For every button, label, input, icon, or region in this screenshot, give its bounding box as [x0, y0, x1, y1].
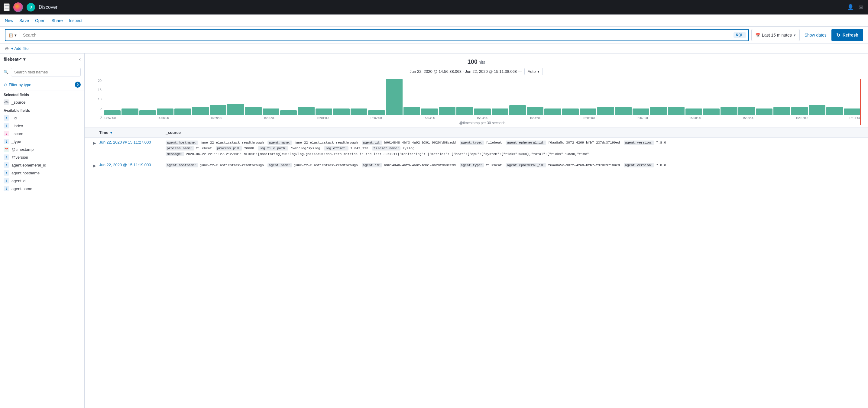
histogram-bar[interactable] — [509, 105, 526, 115]
selected-fields-title: Selected fields — [0, 90, 84, 98]
histogram-bar[interactable] — [139, 110, 156, 115]
histogram-bar[interactable] — [544, 108, 561, 115]
histogram-bar[interactable] — [844, 108, 861, 115]
date-range-text: Jun 22, 2020 @ 14:56:38.068 - Jun 22, 20… — [410, 69, 522, 74]
histogram-bar[interactable] — [298, 107, 314, 115]
search-input[interactable] — [20, 33, 734, 37]
histogram-bar[interactable] — [826, 107, 843, 115]
histogram-bar[interactable] — [685, 108, 702, 115]
histogram-bar[interactable] — [597, 107, 614, 115]
share-button[interactable]: Share — [51, 18, 63, 23]
histogram-bar[interactable] — [632, 108, 649, 115]
collapse-sidebar-button[interactable]: ‹ — [79, 57, 81, 62]
time-range-text: Last 15 minutes — [762, 33, 792, 37]
time-col-header[interactable]: Time ▼ — [99, 130, 166, 135]
filter-by-type-button[interactable]: ⊙ Filter by type — [4, 83, 31, 87]
refresh-button[interactable]: ↻ Refresh — [831, 29, 863, 41]
histogram-bar[interactable] — [157, 108, 174, 115]
expand-row-button[interactable]: ▶ — [89, 163, 99, 168]
list-item[interactable]: # _score — [0, 130, 84, 137]
sort-icon: ▼ — [110, 131, 113, 135]
text-type-icon: t — [4, 162, 9, 168]
histogram-bar[interactable] — [615, 107, 632, 115]
histogram-bar[interactable] — [756, 108, 773, 115]
field-search-wrapper: 🔍 — [0, 65, 84, 79]
histogram-bar[interactable] — [720, 107, 737, 115]
open-button[interactable]: Open — [35, 18, 45, 23]
date-range-row: Jun 22, 2020 @ 14:56:38.068 - Jun 22, 20… — [92, 68, 861, 75]
histogram-bar[interactable] — [227, 104, 244, 115]
histogram-bar[interactable] — [333, 108, 350, 115]
histogram-bar[interactable] — [104, 110, 121, 115]
search-bar: 📋 ▾ KQL 📅 Last 15 minutes ▾ Show dates ↻… — [0, 27, 868, 44]
list-item[interactable]: t _id — [0, 114, 84, 122]
app-logo — [13, 2, 23, 12]
user-icon[interactable]: 👤 — [846, 3, 855, 12]
add-filter-button[interactable]: + Add filter — [11, 46, 30, 51]
text-type-icon: t — [4, 178, 9, 184]
data-view-button[interactable]: 📋 ▾ — [5, 30, 20, 40]
list-item[interactable]: t agent.ephemeral_id — [0, 161, 84, 169]
main-content: 100 hits Jun 22, 2020 @ 14:56:38.068 - J… — [85, 54, 868, 408]
source-type-icon: </> — [4, 99, 9, 105]
histogram-bar[interactable] — [562, 108, 579, 115]
histogram-bar[interactable] — [580, 108, 596, 115]
filter-icon: ⊙ — [4, 83, 7, 87]
list-item[interactable]: 📅 @timestamp — [0, 145, 84, 153]
list-item[interactable]: t agent.id — [0, 177, 84, 185]
new-button[interactable]: New — [5, 18, 13, 23]
histogram-bar[interactable] — [492, 108, 508, 115]
mail-icon[interactable]: ✉ — [858, 3, 864, 12]
chart-area: 100 hits Jun 22, 2020 @ 14:56:38.068 - J… — [85, 54, 868, 128]
histogram-bar[interactable] — [350, 108, 367, 115]
list-item[interactable]: t _type — [0, 137, 84, 145]
time-picker[interactable]: 📅 Last 15 minutes ▾ — [751, 29, 800, 41]
histogram-bar[interactable] — [403, 107, 420, 115]
histogram-bar[interactable] — [773, 107, 790, 115]
histogram-bar[interactable] — [474, 108, 491, 115]
results-header: Time ▼ _source — [85, 128, 868, 137]
histogram-bar[interactable] — [122, 108, 138, 115]
text-type-icon: t — [4, 123, 9, 128]
histogram-bar[interactable] — [791, 107, 808, 115]
histogram-bar[interactable] — [386, 79, 403, 115]
histogram-bar[interactable] — [210, 105, 226, 115]
histogram-bar[interactable] — [175, 108, 191, 115]
histogram-bar[interactable] — [668, 107, 685, 115]
hamburger-button[interactable]: ☰ — [4, 3, 10, 11]
list-item[interactable]: t agent.hostname — [0, 169, 84, 177]
main-layout: filebeat-* ▾ ‹ 🔍 ⊙ Filter by type 0 Sele… — [0, 54, 868, 408]
index-pattern-button[interactable]: filebeat-* ▾ — [4, 57, 25, 62]
interval-select[interactable]: Auto ▾ — [524, 68, 543, 75]
histogram-bars[interactable] — [104, 79, 861, 115]
histogram-bar[interactable] — [262, 108, 279, 115]
expand-row-button[interactable]: ▶ — [89, 140, 99, 145]
histogram-bar[interactable] — [738, 107, 755, 115]
list-item[interactable]: </> _source — [0, 98, 84, 106]
histogram-bar[interactable] — [650, 107, 667, 115]
chart-inner: 14:57:00 14:58:00 14:59:00 15:00:00 15:0… — [104, 79, 861, 125]
filter-options-button[interactable]: ⊖ — [5, 45, 9, 51]
histogram-bar[interactable] — [527, 107, 544, 115]
result-row-main: ▶ Jun 22, 2020 @ 15:11:19.000 agent.host… — [85, 160, 868, 171]
inspect-button[interactable]: Inspect — [69, 18, 83, 23]
histogram-bar[interactable] — [192, 107, 209, 115]
text-type-icon: t — [4, 186, 9, 191]
histogram-bar[interactable] — [245, 107, 261, 115]
histogram-bar[interactable] — [439, 107, 456, 115]
action-bar: New Save Open Share Inspect — [0, 14, 868, 27]
field-search-input[interactable] — [11, 68, 81, 76]
histogram-bar[interactable] — [315, 108, 332, 115]
histogram-bar[interactable] — [703, 108, 720, 115]
histogram-bar[interactable] — [368, 110, 385, 115]
histogram-bar[interactable] — [456, 107, 473, 115]
list-item[interactable]: t agent.name — [0, 185, 84, 192]
histogram-bar[interactable] — [809, 105, 826, 115]
save-button[interactable]: Save — [19, 18, 29, 23]
histogram-bar[interactable] — [280, 110, 297, 115]
histogram-bar[interactable] — [421, 108, 438, 115]
result-row-main: ▶ Jun 22, 2020 @ 15:11:27.000 agent.host… — [85, 137, 868, 160]
list-item[interactable]: t @version — [0, 153, 84, 161]
show-dates-button[interactable]: Show dates — [802, 33, 829, 37]
list-item[interactable]: t _index — [0, 122, 84, 130]
